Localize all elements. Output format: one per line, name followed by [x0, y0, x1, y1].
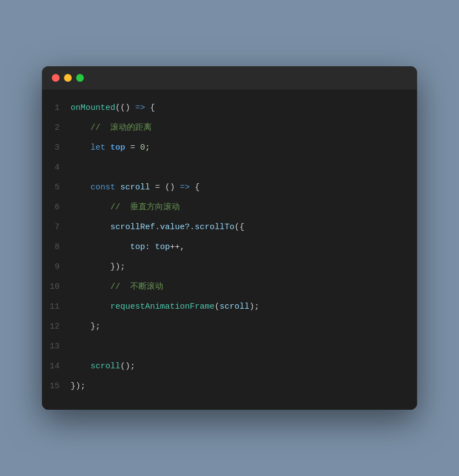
code-line: 9 }); [42, 257, 417, 277]
code-line: 14 scroll(); [42, 357, 417, 377]
line-content: // 滚动的距离 [71, 118, 152, 138]
code-line: 4 [42, 158, 417, 178]
token: { [190, 183, 200, 192]
token: ( [115, 103, 120, 113]
line-number: 4 [42, 163, 71, 172]
token: ({ [234, 223, 244, 232]
line-number: 7 [42, 223, 71, 232]
token: () [165, 183, 175, 192]
code-line: 10 // 不断滚动 [42, 277, 417, 297]
line-content: }); [71, 377, 86, 396]
line-number: 5 [42, 183, 71, 192]
line-number: 10 [42, 282, 71, 292]
minimize-button[interactable] [64, 74, 72, 82]
code-editor: 1onMounted(() => {2 // 滚动的距离3 let top = … [42, 89, 417, 410]
token: 0 [140, 143, 145, 152]
token: => [135, 103, 145, 113]
token: => [180, 183, 190, 192]
token: = [150, 183, 165, 192]
token: const [71, 183, 120, 192]
line-number: 6 [42, 203, 71, 212]
code-line: 8 top: top++, [42, 237, 417, 257]
code-line: 6 // 垂直方向滚动 [42, 198, 417, 218]
token: // 滚动的距离 [71, 123, 152, 133]
code-line: 3 let top = 0; [42, 138, 417, 158]
token: = [125, 143, 140, 152]
line-content [71, 337, 76, 357]
line-number: 1 [42, 103, 71, 113]
line-number: 13 [42, 342, 71, 351]
token: ( [215, 302, 220, 311]
token: (); [120, 362, 135, 371]
token: // 垂直方向滚动 [71, 203, 180, 212]
token [130, 103, 135, 113]
line-number: 11 [42, 302, 71, 311]
token: top [155, 242, 170, 252]
code-window: 1onMounted(() => {2 // 滚动的距离3 let top = … [42, 66, 417, 410]
line-content: onMounted(() => { [71, 98, 155, 118]
token: () [120, 103, 130, 113]
token [175, 183, 180, 192]
code-line: 5 const scroll = () => { [42, 178, 417, 198]
line-number: 8 [42, 242, 71, 252]
line-content: let top = 0; [71, 138, 150, 158]
code-line: 11 requestAnimationFrame(scroll); [42, 297, 417, 317]
line-content: // 垂直方向滚动 [71, 198, 180, 218]
line-content [71, 158, 76, 178]
token: : [145, 242, 155, 252]
token: ); [249, 302, 259, 311]
code-line: 12 }; [42, 317, 417, 337]
token: }); [71, 262, 125, 272]
token: scroll [120, 183, 150, 192]
line-content: scroll(); [71, 357, 135, 377]
code-line: 15}); [42, 377, 417, 396]
line-number: 3 [42, 143, 71, 152]
token: }); [71, 382, 86, 391]
line-content: }; [71, 317, 100, 337]
token: onMounted [71, 103, 115, 113]
token: // 不断滚动 [71, 282, 163, 292]
titlebar [42, 66, 417, 89]
token: scroll [220, 302, 249, 311]
token: ; [145, 143, 150, 152]
code-line: 13 [42, 337, 417, 357]
line-content: requestAnimationFrame(scroll); [71, 297, 259, 317]
code-line: 7 scrollRef.value?.scrollTo({ [42, 218, 417, 237]
token: top [71, 242, 145, 252]
token: let [71, 143, 110, 152]
line-content: scrollRef.value?.scrollTo({ [71, 218, 244, 237]
token: { [145, 103, 155, 113]
close-button[interactable] [52, 74, 60, 82]
line-number: 9 [42, 262, 71, 272]
token: ++, [170, 242, 185, 252]
token: scrollRef.value?.scrollTo [71, 223, 234, 232]
line-content: const scroll = () => { [71, 178, 200, 198]
line-content: top: top++, [71, 237, 185, 257]
code-line: 1onMounted(() => { [42, 98, 417, 118]
token: top [110, 143, 125, 152]
line-content: }); [71, 257, 125, 277]
token: scroll [71, 362, 120, 371]
line-content: // 不断滚动 [71, 277, 163, 297]
maximize-button[interactable] [76, 74, 84, 82]
line-number: 14 [42, 362, 71, 371]
code-line: 2 // 滚动的距离 [42, 118, 417, 138]
line-number: 12 [42, 322, 71, 331]
token: }; [71, 322, 100, 331]
line-number: 2 [42, 123, 71, 133]
token: requestAnimationFrame [71, 302, 215, 311]
line-number: 15 [42, 382, 71, 391]
